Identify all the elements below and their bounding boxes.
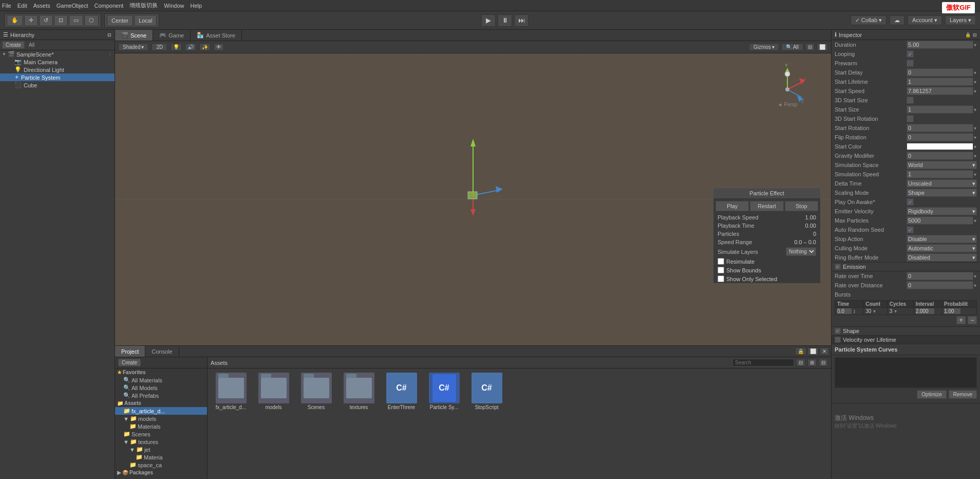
tree-jet[interactable]: ▼ 📁 jet — [115, 446, 207, 453]
tree-textures[interactable]: ▼ 📁 textures — [115, 438, 207, 446]
lights-btn[interactable]: 💡 — [171, 43, 182, 51]
bottom-close-btn[interactable]: ✕ — [820, 347, 829, 355]
bursts-interval-input[interactable] — [916, 308, 934, 314]
shape-checkbox[interactable] — [835, 328, 841, 334]
3d-start-size-checkbox[interactable] — [907, 97, 914, 104]
rate-over-time-arrow[interactable]: ▾ — [973, 273, 977, 279]
simulation-speed-arrow[interactable]: ▾ — [973, 172, 977, 177]
tree-scenes[interactable]: 📁 Scenes — [115, 430, 207, 438]
inspector-lock-icon[interactable]: 🔒 — [965, 32, 971, 38]
simulation-space-dropdown[interactable]: World ▾ — [907, 161, 977, 169]
transform-tool[interactable]: ⬡ — [84, 15, 99, 26]
velocity-section-header[interactable]: Velocity over Lifetime — [832, 336, 980, 344]
bursts-remove-btn[interactable]: − — [968, 316, 977, 324]
menu-window[interactable]: Window — [164, 3, 184, 9]
tab-game[interactable]: 🎮 Game — [153, 30, 191, 41]
play-button[interactable]: ▶ — [481, 14, 496, 27]
asset-scenes[interactable]: Scenes — [297, 373, 335, 410]
flip-rotation-input[interactable] — [907, 133, 973, 141]
start-delay-input[interactable] — [907, 68, 973, 77]
particle-restart-btn[interactable]: Restart — [750, 201, 783, 211]
asset-textures[interactable]: textures — [340, 373, 378, 410]
tab-console[interactable]: Console — [145, 346, 179, 357]
pivot-center-btn[interactable]: Center — [107, 15, 133, 26]
sound-btn[interactable]: 🔊 — [185, 43, 196, 51]
start-color-arrow[interactable]: ▾ — [973, 144, 977, 150]
hierarchy-main-camera[interactable]: 📷 Main Camera — [0, 58, 115, 66]
hierarchy-collapse[interactable]: ⊟ — [107, 32, 111, 38]
tab-asset-store[interactable]: 🏪 Asset Store — [191, 30, 242, 41]
bursts-probability-input[interactable] — [944, 308, 960, 314]
effects-btn[interactable]: ✨ — [199, 43, 211, 51]
tree-all-materials[interactable]: 🔍 All Materials — [115, 376, 207, 384]
ring-buffer-mode-dropdown[interactable]: Disabled ▾ — [907, 253, 977, 262]
gravity-modifier-arrow[interactable]: ▾ — [973, 153, 977, 159]
shape-section-header[interactable]: Shape — [832, 327, 980, 336]
gizmos-btn[interactable]: Gizmos ▾ — [749, 43, 779, 51]
2d-btn[interactable]: 2D — [152, 43, 167, 51]
scene-all-btn[interactable]: 🔍 All — [781, 43, 803, 51]
start-lifetime-input[interactable] — [907, 78, 973, 86]
scene-viewport[interactable]: Y X Z ◄ Persp Particle — [115, 53, 831, 345]
popup-show-bounds-checkbox[interactable] — [718, 267, 724, 273]
bursts-add-btn[interactable]: + — [956, 316, 966, 324]
remove-btn[interactable]: Remove — [949, 390, 977, 399]
hand-tool[interactable]: ✋ — [7, 15, 23, 26]
tree-models[interactable]: ▼ 📁 models — [115, 415, 207, 422]
auto-random-seed-checkbox[interactable] — [907, 226, 914, 233]
hierarchy-cube[interactable]: ⬛ Cube — [0, 81, 115, 89]
flip-rotation-arrow[interactable]: ▾ — [973, 135, 977, 140]
start-rotation-arrow[interactable]: ▾ — [973, 125, 977, 131]
popup-resimulate-checkbox[interactable] — [718, 258, 724, 265]
asset-particle-sy[interactable]: C# Particle Sy... — [425, 373, 463, 410]
assets-view-list-btn[interactable]: ⊟ — [796, 359, 805, 366]
simulation-speed-input[interactable] — [907, 170, 973, 178]
menu-edit[interactable]: Edit — [17, 3, 27, 9]
particle-play-btn[interactable]: Play — [715, 201, 749, 211]
bursts-time-input[interactable] — [837, 308, 852, 314]
assets-search-input[interactable] — [732, 359, 794, 366]
emission-section-header[interactable]: Emission — [832, 263, 980, 271]
menu-component[interactable]: Component — [94, 3, 123, 9]
tree-space-ca[interactable]: 📁 space_ca — [115, 461, 207, 469]
tree-all-models[interactable]: 🔍 All Models — [115, 384, 207, 392]
stop-action-dropdown[interactable]: Disable ▾ — [907, 235, 977, 243]
menu-help[interactable]: Help — [190, 3, 202, 9]
velocity-checkbox[interactable] — [835, 337, 841, 343]
start-speed-arrow[interactable]: ▾ — [973, 88, 977, 94]
max-particles-arrow[interactable]: ▾ — [973, 218, 977, 224]
start-delay-arrow[interactable]: ▾ — [973, 70, 977, 76]
tree-all-prefabs[interactable]: 🔍 All Prefabs — [115, 392, 207, 399]
start-speed-input[interactable] — [907, 87, 973, 95]
cloud-button[interactable]: ☁ — [890, 15, 904, 25]
collab-button[interactable]: ✓ Collab ▾ — [851, 15, 887, 25]
bottom-lock-btn[interactable]: 🔒 — [795, 347, 806, 355]
rate-over-distance-input[interactable] — [907, 281, 973, 289]
culling-mode-dropdown[interactable]: Automatic ▾ — [907, 244, 977, 252]
scaling-mode-dropdown[interactable]: Shape ▾ — [907, 189, 977, 197]
play-on-awake-checkbox[interactable] — [907, 198, 914, 206]
start-color-swatch[interactable] — [907, 143, 973, 150]
tree-materials[interactable]: 📁 Materials — [115, 422, 207, 430]
account-button[interactable]: Account ▾ — [908, 15, 942, 25]
tree-materia[interactable]: 📁 Materia — [115, 453, 207, 461]
hierarchy-create-btn[interactable]: Create — [2, 41, 25, 49]
bursts-cycles-dropdown[interactable]: ▾ — [894, 308, 897, 314]
rate-over-time-input[interactable] — [907, 272, 973, 280]
rect-tool[interactable]: ▭ — [69, 15, 83, 26]
hidden-btn[interactable]: 👁 — [214, 43, 224, 51]
asset-models[interactable]: models — [254, 373, 293, 410]
scene-menu-icon[interactable]: ⋮ — [108, 52, 112, 57]
popup-show-only-selected-checkbox[interactable] — [718, 275, 724, 282]
start-lifetime-arrow[interactable]: ▾ — [973, 79, 977, 85]
pause-button[interactable]: ⏸ — [498, 14, 512, 27]
duration-arrow[interactable]: ▾ — [973, 42, 977, 48]
curves-area[interactable] — [835, 357, 977, 388]
start-size-arrow[interactable]: ▾ — [973, 107, 977, 113]
tree-fx-article[interactable]: 📁 fx_article_d... — [115, 407, 207, 415]
step-button[interactable]: ⏭ — [514, 14, 529, 27]
asset-stop-script[interactable]: C# StopScript — [467, 373, 506, 410]
prewarm-checkbox[interactable] — [907, 60, 914, 67]
menu-special[interactable]: 增殖版切换 — [129, 2, 158, 9]
assets-collapse-btn[interactable]: ⊟ — [819, 359, 828, 366]
